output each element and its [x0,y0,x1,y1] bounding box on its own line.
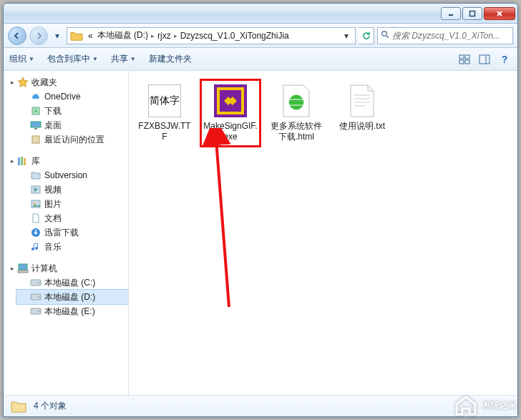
drive-icon [29,291,42,303]
breadcrumb-overflow[interactable]: « [86,31,95,41]
minimize-button[interactable] [441,7,461,20]
svg-rect-10 [479,55,490,64]
refresh-button[interactable] [359,27,374,44]
search-box[interactable] [377,27,513,44]
status-count: 4 个对象 [34,400,67,412]
file-item-font[interactable]: 简体字 FZXBSJW.TTF [136,81,193,145]
file-item-txt[interactable]: 使用说明.txt [333,81,391,145]
font-icon: 简体字 [147,84,182,118]
maximize-button[interactable] [462,7,482,20]
svg-rect-9 [465,60,469,64]
breadcrumb-seg-folder2[interactable]: Dzyzscq_V1.0_XiTongZhiJia [178,31,291,41]
svg-point-30 [38,311,39,312]
sidebar-item-documents[interactable]: 文档 [16,211,128,225]
svg-rect-17 [21,157,23,165]
svg-rect-7 [465,55,469,59]
statusbar: 4 个对象 [4,395,517,416]
folder-icon [29,170,42,181]
chevron-right-icon: ▸ [150,32,155,39]
sidebar-item-pictures[interactable]: 图片 [16,197,128,211]
sidebar-item-subversion[interactable]: Subversion [16,168,128,182]
sidebar-item-videos[interactable]: 视频 [16,182,128,197]
toolbar-organize[interactable]: 组织▼ [9,53,34,65]
svg-rect-16 [18,157,20,165]
sidebar-favorites[interactable]: ▸ 收藏夹 [4,75,128,89]
sidebar-drive-d[interactable]: 本地磁盘 (D:) [16,290,128,304]
computer-icon [16,263,29,274]
search-input[interactable] [392,31,510,41]
chevron-right-icon: ▸ [173,32,178,39]
text-file-icon [345,84,379,118]
recent-icon [29,134,42,145]
explorer-body: ▸ 收藏夹 OneDrive 下载 桌面 最近访问的位置 ▸ 库 [4,71,517,395]
svg-rect-24 [18,270,28,273]
sidebar-item-recent[interactable]: 最近访问的位置 [16,132,128,147]
back-button[interactable] [8,26,26,45]
file-item-exe[interactable]: MakeSignGIF.exe [202,81,259,145]
sidebar-libraries[interactable]: ▸ 库 [4,154,128,168]
sidebar-drive-c[interactable]: 本地磁盘 (C:) [16,275,128,290]
watermark: 系统之家 [454,394,517,416]
download-icon [29,227,42,238]
help-button[interactable]: ? [497,52,512,67]
collapse-icon: ▸ [8,79,16,86]
close-button[interactable] [484,7,515,20]
svg-line-5 [386,36,389,38]
music-icon [29,241,42,253]
svg-rect-13 [31,122,41,127]
toolbar-share[interactable]: 共享▼ [111,53,136,65]
file-item-html[interactable]: 更多系统软件下载.html [268,81,325,145]
titlebar [4,4,517,24]
toolbar-new-folder[interactable]: 新建文件夹 [149,53,192,65]
svg-rect-1 [470,11,475,16]
sidebar-item-music[interactable]: 音乐 [16,240,128,254]
svg-rect-15 [32,136,39,143]
folder-icon [70,30,83,41]
svg-rect-14 [34,128,37,130]
preview-pane-button[interactable] [477,52,492,67]
sidebar-drive-e[interactable]: 本地磁盘 (E:) [16,304,128,318]
search-icon [381,30,389,41]
sidebar-computer[interactable]: ▸ 计算机 [4,261,128,275]
breadcrumb-seg-folder1[interactable]: rjxz [155,31,173,41]
video-icon [29,184,42,195]
toolbar-include-in-library[interactable]: 包含到库中▼ [47,53,98,65]
breadcrumb-dropdown[interactable]: ▾ [341,31,352,41]
svg-point-28 [38,296,39,298]
view-options-button[interactable] [457,52,472,67]
navigation-sidebar[interactable]: ▸ 收藏夹 OneDrive 下载 桌面 最近访问的位置 ▸ 库 [4,71,129,395]
sidebar-item-onedrive[interactable]: OneDrive [16,89,128,104]
drive-icon [29,306,42,317]
pictures-icon [29,198,42,210]
svg-point-26 [38,282,39,283]
drive-icon [29,277,42,288]
download-icon [29,105,42,117]
breadcrumb[interactable]: « 本地磁盘 (D:) ▸ rjxz ▸ Dzyzscq_V1.0_XiTong… [67,27,356,44]
history-dropdown-button[interactable]: ▾ [51,29,64,42]
cloud-icon [29,91,42,102]
sidebar-item-xunlei[interactable]: 迅雷下载 [16,225,128,240]
file-content-area[interactable]: 简体字 FZXBSJW.TTF MakeSignGIF.exe 更多系统软件下载… [129,71,517,395]
star-icon [16,77,29,88]
document-icon [29,213,42,224]
file-grid: 简体字 FZXBSJW.TTF MakeSignGIF.exe 更多系统软件下载… [136,81,510,145]
svg-rect-6 [459,55,464,59]
svg-rect-23 [19,264,27,270]
toolbar: 组织▼ 包含到库中▼ 共享▼ 新建文件夹 ? [4,48,517,71]
svg-point-21 [34,202,36,205]
svg-rect-18 [24,158,26,165]
html-icon [279,84,313,118]
explorer-window: ▾ « 本地磁盘 (D:) ▸ rjxz ▸ Dzyzscq_V1.0_XiTo… [3,3,518,417]
sidebar-item-downloads[interactable]: 下载 [16,104,128,118]
svg-line-39 [216,140,229,307]
sidebar-item-desktop[interactable]: 桌面 [16,118,128,132]
annotation-arrow [200,128,258,314]
svg-point-4 [382,31,387,36]
collapse-icon: ▸ [8,265,16,272]
libraries-icon [16,155,29,167]
folder-icon [11,399,26,414]
forward-button[interactable] [29,26,48,45]
collapse-icon: ▸ [8,157,16,165]
svg-rect-8 [459,60,464,64]
breadcrumb-seg-drive[interactable]: 本地磁盘 (D:) [95,29,150,41]
